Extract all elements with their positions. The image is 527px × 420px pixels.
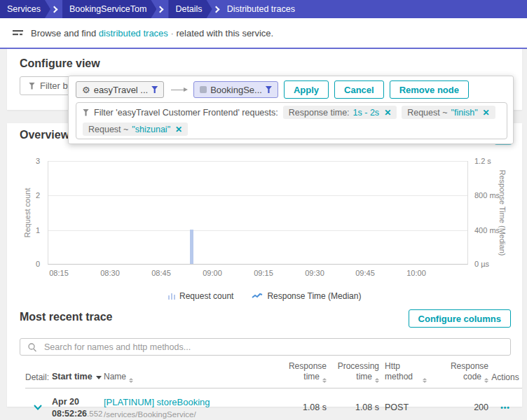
filter-node-row: ⚙ easyTravel ... BookingSe... Apply Canc…	[76, 79, 506, 100]
filter-icon	[83, 109, 89, 116]
y-tick-left: 3	[36, 157, 40, 165]
http-method-cell: POST	[379, 402, 431, 412]
legend-label: Request count	[179, 291, 233, 301]
filter-chip-value: "finish"	[451, 108, 478, 118]
table-header: Detail: Start time Name Responsetime Pro…	[25, 361, 522, 388]
breadcrumb-item-services[interactable]: Services	[0, 0, 50, 18]
gridline	[48, 195, 467, 196]
breadcrumb-item-details[interactable]: Details	[168, 0, 212, 18]
funnel-icon	[151, 86, 158, 93]
start-time-cell: Apr 20 08:52:26.552	[52, 397, 104, 419]
y-tick-right: 800 ms	[474, 191, 500, 200]
y-tick-left: 1	[36, 226, 40, 234]
traces-icon	[13, 29, 24, 36]
subheader-prefix: Browse and find	[31, 28, 96, 38]
filter-chip-label: Request ~	[407, 108, 447, 118]
node-chip-label: easyTravel ...	[94, 85, 149, 95]
overview-chart: 3 2 1 0 1.2 s 800 ms 400 ms 0 µs Request…	[7, 161, 522, 281]
funnel-icon	[266, 86, 272, 93]
row-actions-button[interactable]: •••	[488, 404, 522, 412]
processing-time-cell: 1.08 s	[327, 402, 379, 412]
col-header-response-code[interactable]: Responsecode	[431, 361, 488, 383]
y-tick-right: 1.2 s	[474, 157, 491, 165]
response-code-cell: 200	[431, 402, 488, 412]
chart-plot-area: 3 2 1 0 1.2 s 800 ms 400 ms 0 µs Request…	[48, 161, 468, 265]
y-tick-right: 400 ms	[474, 226, 500, 234]
col-header-response-time[interactable]: Responsetime	[231, 361, 327, 383]
node-chip-label: BookingSe...	[210, 85, 262, 95]
service-icon	[200, 86, 207, 93]
left-axis-title: Request count	[23, 188, 32, 238]
trace-search	[20, 338, 511, 356]
sort-icon	[423, 378, 427, 383]
gear-icon: ⚙	[82, 85, 90, 94]
filter-chip-value: 1s - 2s	[353, 108, 380, 118]
node-chip-bookingservice[interactable]: BookingSe...	[193, 81, 278, 98]
configure-view-title: Configure view	[20, 57, 522, 70]
x-tick: 08:15	[49, 269, 69, 277]
chevron-right-icon	[212, 6, 219, 13]
trace-path: /services/BookingService/	[104, 410, 231, 419]
filter-chip-label: Request ~	[88, 125, 128, 134]
search-input[interactable]	[44, 342, 503, 352]
request-filter-box: Filter 'easyTravel Customer Frontend' re…	[76, 102, 507, 139]
chevron-right-icon	[50, 6, 57, 13]
distributed-traces-link[interactable]: distributed traces	[99, 28, 168, 38]
x-tick: 09:15	[254, 269, 273, 277]
legend-item-request-count[interactable]: Request count	[168, 291, 234, 301]
cancel-button[interactable]: Cancel	[334, 80, 384, 99]
name-cell: [PLATINUM] storeBooking /services/Bookin…	[104, 397, 231, 419]
filter-chip-response-time: Response time: 1s - 2s ✕	[283, 106, 397, 119]
chart-bar	[190, 230, 193, 264]
request-filter-label: Filter 'easyTravel Customer Frontend' re…	[94, 108, 278, 118]
x-tick: 08:45	[151, 269, 171, 277]
legend-item-response-time[interactable]: Response Time (Median)	[252, 291, 361, 301]
bar-series-icon	[168, 293, 176, 300]
filter-icon	[29, 83, 35, 90]
chevron-down-icon	[34, 405, 42, 410]
search-icon	[27, 342, 37, 352]
col-header-start-time[interactable]: Start time	[52, 372, 104, 383]
apply-button[interactable]: Apply	[284, 80, 329, 99]
breadcrumb-current: Distributed traces	[227, 4, 295, 14]
x-tick: 09:45	[355, 269, 375, 277]
subheader-suffix: related with this service.	[176, 28, 273, 38]
breadcrumb-item-bookingservicetom[interactable]: BookingServiceTom	[62, 0, 156, 18]
remove-filter-icon[interactable]: ✕	[175, 125, 182, 134]
col-header-detail: Detail:	[25, 372, 52, 383]
filter-chip-value: "shizunai"	[132, 125, 170, 134]
right-axis-title: Response Time (Median)	[498, 170, 507, 256]
x-tick: 08:30	[100, 269, 120, 277]
sort-icon	[129, 378, 133, 383]
col-header-http-method[interactable]: Httpmethod	[379, 361, 431, 383]
overview-card: Overview ••• 3 2 1 0 1.2 s 800 ms 400 ms…	[7, 123, 522, 407]
recent-trace-header: Most recent trace Configure columns	[7, 311, 522, 330]
filter-chip-label: Response time:	[289, 108, 350, 118]
subheader-separator: ·	[170, 28, 173, 38]
filter-chip-request-finish: Request ~ "finish" ✕	[402, 106, 495, 119]
remove-node-button[interactable]: Remove node	[390, 80, 469, 99]
line-series-icon	[252, 293, 263, 300]
expand-row-button[interactable]	[25, 405, 52, 410]
subheader-text: Browse and find distributed traces · rel…	[31, 28, 273, 38]
remove-filter-icon[interactable]: ✕	[483, 108, 490, 118]
y-tick-left: 2	[36, 191, 40, 200]
col-header-actions: Actions	[488, 372, 522, 383]
response-time-cell: 1.08 s	[231, 402, 327, 412]
x-tick: 10:00	[406, 269, 426, 277]
x-tick: 09:30	[305, 269, 324, 277]
remove-filter-icon[interactable]: ✕	[384, 108, 391, 118]
filter-chip-request-shizunai: Request ~ "shizunai" ✕	[83, 122, 188, 136]
trace-name-link[interactable]: [PLATINUM] storeBooking	[104, 397, 210, 407]
x-tick: 09:00	[203, 269, 222, 277]
gridline	[48, 161, 467, 162]
gridline	[48, 230, 467, 231]
col-header-processing-time[interactable]: Processingtime	[327, 361, 379, 383]
subheader: Browse and find distributed traces · rel…	[0, 18, 527, 48]
legend-label: Response Time (Median)	[267, 291, 361, 301]
y-tick-right: 0 µs	[474, 260, 489, 268]
chart-legend: Request count Response Time (Median)	[7, 291, 522, 301]
col-header-name[interactable]: Name	[104, 372, 231, 383]
node-chip-easytravel[interactable]: ⚙ easyTravel ...	[76, 81, 164, 98]
configure-columns-button[interactable]: Configure columns	[409, 309, 511, 328]
